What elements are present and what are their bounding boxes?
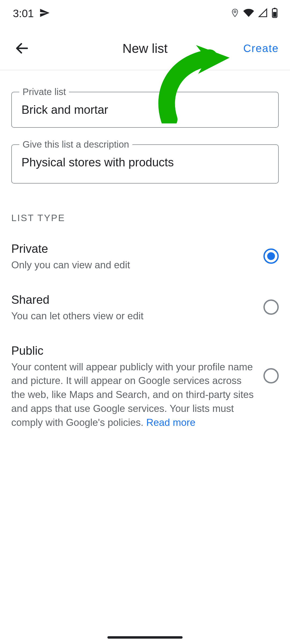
svg-point-0: [234, 11, 236, 13]
option-title-private: Private: [11, 242, 255, 255]
wifi-icon: [243, 8, 254, 19]
list-type-option-public[interactable]: Public Your content will appear publicly…: [11, 344, 279, 430]
content: Private list Give this list a descriptio…: [0, 70, 290, 430]
list-type-option-shared[interactable]: Shared You can let others view or edit: [11, 293, 279, 323]
back-button[interactable]: [11, 38, 33, 59]
option-title-public: Public: [11, 344, 255, 357]
option-title-shared: Shared: [11, 293, 255, 306]
option-sub-private: Only you can view and edit: [11, 258, 255, 272]
create-button[interactable]: Create: [243, 42, 279, 54]
list-type-option-private[interactable]: Private Only you can view and edit: [11, 242, 279, 272]
status-right: [230, 8, 278, 19]
cellular-icon: [258, 8, 268, 19]
status-left: 3:01: [13, 8, 50, 20]
read-more-link[interactable]: Read more: [146, 417, 195, 428]
status-time: 3:01: [13, 8, 34, 20]
gesture-nav-indicator: [107, 636, 183, 639]
location-icon: [230, 8, 240, 19]
list-type-section-label: LIST TYPE: [11, 213, 279, 223]
list-description-input[interactable]: [12, 145, 278, 183]
radio-shared[interactable]: [263, 299, 279, 315]
arrow-left-icon: [14, 41, 30, 56]
option-sub-public: Your content will appear publicly with y…: [11, 360, 255, 430]
svg-rect-2: [274, 8, 276, 9]
app-bar: New list Create: [0, 27, 290, 70]
radio-public[interactable]: [263, 368, 279, 383]
battery-icon: [272, 8, 278, 19]
option-sub-public-text: Your content will appear publicly with y…: [11, 361, 254, 428]
option-sub-shared: You can let others view or edit: [11, 309, 255, 323]
svg-rect-3: [273, 12, 276, 17]
list-name-label: Private list: [19, 86, 69, 97]
list-description-field[interactable]: Give this list a description: [11, 144, 279, 184]
list-description-label: Give this list a description: [19, 139, 132, 150]
list-name-input[interactable]: [12, 92, 278, 127]
list-name-field[interactable]: Private list: [11, 92, 279, 128]
send-icon: [39, 8, 50, 19]
status-bar: 3:01: [0, 0, 290, 27]
radio-private[interactable]: [263, 248, 279, 264]
